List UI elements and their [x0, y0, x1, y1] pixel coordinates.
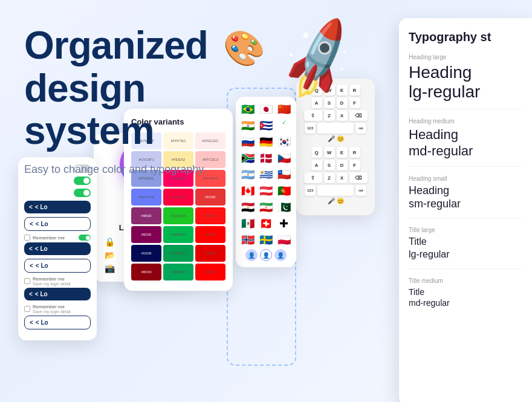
save-text-2: Save my login detail	[33, 310, 71, 314]
flag-ir: 🇮🇷	[259, 201, 274, 214]
kb-key-a2[interactable]: A	[311, 160, 322, 170]
kb-key-return-2[interactable]: ret	[355, 185, 366, 196]
flag-se: 🇸🇪	[259, 233, 274, 247]
flag-pk: 🇵🇰	[276, 201, 291, 214]
icon-photo: 📸	[101, 264, 119, 273]
typo-label-heading-large: Heading large	[409, 54, 522, 60]
kb-key-z2[interactable]: Z	[324, 172, 335, 183]
kb-key-shift-1[interactable]: ⇧	[304, 110, 322, 121]
kb-key-w2[interactable]: W	[324, 147, 335, 158]
typo-text-heading-small: Headingsm-regular	[409, 184, 522, 210]
typo-text-heading-large: Headinglg-regular	[409, 63, 522, 102]
remember-row-3: Remember me Save my login detail	[24, 304, 91, 314]
checkbox-3[interactable]	[24, 306, 30, 312]
login-button-outline-1[interactable]: < < Lo	[24, 217, 91, 231]
typo-section-heading-large: Heading large Headinglg-regular	[409, 54, 522, 109]
kb-key-s[interactable]: S	[324, 97, 335, 108]
kb-row-2-3: ⇧ Z X ⌫	[301, 172, 370, 183]
kb-key-q2[interactable]: Q	[311, 147, 322, 158]
login-button-2[interactable]: < < Lo	[24, 242, 91, 255]
login-btn-label-2: < Lo	[36, 221, 48, 227]
avatar-2: 👤	[260, 249, 272, 261]
hero-section: Organized 🎨 design system Easy to change…	[24, 24, 284, 176]
kb-key-d[interactable]: D	[337, 97, 348, 108]
kb-key-123-2[interactable]: 123	[305, 185, 316, 196]
kb-key-x2[interactable]: X	[337, 172, 348, 183]
remember-text-1: Remember me	[33, 235, 65, 241]
login-btn-label-3: < Lo	[35, 245, 48, 252]
arrow-icon-2: <	[30, 221, 33, 227]
login-button-outline-2[interactable]: < < Lo	[24, 259, 91, 273]
typo-section-heading-medium: Heading medium Headingmd-regular	[409, 118, 522, 167]
kb-key-123-1[interactable]: 123	[305, 123, 316, 134]
flag-mx: 🇲🇽	[241, 217, 256, 230]
kb-key-return-1[interactable]: ret	[355, 123, 366, 134]
kb-key-del-1[interactable]: ⌫	[349, 110, 368, 121]
kb-key-shift-2[interactable]: ⇧	[304, 172, 322, 183]
palette-emoji: 🎨	[223, 30, 265, 67]
toggle-row-3	[24, 189, 91, 197]
login-btn-label-4: < Lo	[36, 262, 48, 269]
flag-ca: 🇨🇦	[241, 184, 256, 198]
kb-emoji-smiley: 😊	[337, 135, 344, 142]
swatch-5-1: #8B30	[131, 207, 161, 224]
login-button-outline-3[interactable]: < < Lo	[24, 316, 91, 329]
swatch-4-2: #FC0140	[163, 189, 193, 206]
arrow-icon-3: <	[29, 245, 33, 252]
checkbox-1[interactable]	[24, 235, 30, 241]
avatar-row: 👤 👤 👤	[241, 249, 291, 261]
login-button-3[interactable]: < < Lo	[24, 288, 91, 300]
kb-key-s2[interactable]: S	[324, 160, 335, 170]
color-row-7: #0209 #009E50 #E500	[131, 245, 225, 262]
toggle-row-2	[24, 177, 91, 185]
typo-label-title-medium: Title medium	[409, 277, 522, 284]
typography-card: Typography st Heading large Headinglg-re…	[399, 18, 532, 402]
login-card: < < Lo < < Lo Remember me < < Lo < < Lo …	[18, 157, 97, 340]
kb-key-e2[interactable]: E	[337, 147, 348, 158]
kb-row-2-2: A S D F	[301, 160, 370, 170]
swatch-6-3: #FF00	[195, 226, 225, 243]
kb-key-z[interactable]: Z	[324, 110, 335, 121]
flag-pl: 🇵🇱	[276, 233, 291, 247]
swatch-4-3: #E535	[195, 189, 225, 206]
kb-key-r2[interactable]: R	[349, 147, 360, 158]
hero-title: Organized 🎨 design system	[24, 24, 284, 152]
flag-pt: 🇵🇹	[276, 184, 291, 198]
arrow-icon-5: <	[29, 291, 33, 297]
checkbox-2[interactable]	[24, 278, 30, 284]
typo-label-title-large: Title large	[409, 227, 522, 233]
kb-key-space-2[interactable]	[317, 185, 354, 196]
typo-text-heading-medium: Headingmd-regular	[409, 127, 522, 159]
remember-toggle-1[interactable]	[79, 235, 91, 241]
kb-key-space-1[interactable]	[317, 123, 354, 134]
kb-row-1-3: ⇧ Z X ⌫	[301, 110, 370, 121]
swatch-4-1: #6A7CF9	[131, 189, 161, 206]
kb-row-2-1: Q W E R	[301, 147, 370, 158]
kb-key-f2[interactable]: F	[349, 160, 360, 170]
toggle-on-1[interactable]	[74, 177, 91, 185]
login-btn-label-6: < Lo	[36, 319, 48, 326]
avatar-3: 👤	[274, 249, 287, 261]
kb-key-d2[interactable]: D	[337, 160, 348, 170]
color-row-4: #6A7CF9 #FC0140 #E535	[131, 189, 225, 206]
swatch-5-2: #1CC625	[163, 207, 193, 224]
swatch-6-1: #8200	[131, 226, 161, 243]
login-button-1[interactable]: < < Lo	[24, 201, 91, 213]
login-btn-label-5: < Lo	[35, 291, 48, 297]
swatch-6-2: #00B850	[163, 226, 193, 243]
arrow-icon-6: <	[30, 319, 33, 326]
swatch-8-3: #FF00	[195, 264, 225, 280]
flag-at: 🇦🇹	[259, 184, 274, 198]
kb-key-del-2[interactable]: ⌫	[349, 172, 368, 183]
login-btn-label-1: < Lo	[35, 204, 48, 210]
toggle-on-2[interactable]	[74, 189, 91, 197]
kb-key-r1[interactable]: R	[349, 85, 360, 96]
remember-row-2: Remember me Save my login detail	[24, 276, 91, 286]
save-text-1: Save my login detail	[33, 282, 71, 286]
color-row-6: #8200 #00B850 #FF00	[131, 226, 225, 243]
kb-emoji-smiley2: 😊	[337, 198, 344, 204]
kb-emoji-row-2: 🎤 😊	[301, 198, 370, 204]
kb-key-f[interactable]: F	[349, 97, 360, 108]
hero-subtitle: Easy to change color and typography.	[24, 163, 284, 176]
kb-key-x[interactable]: X	[337, 110, 348, 121]
